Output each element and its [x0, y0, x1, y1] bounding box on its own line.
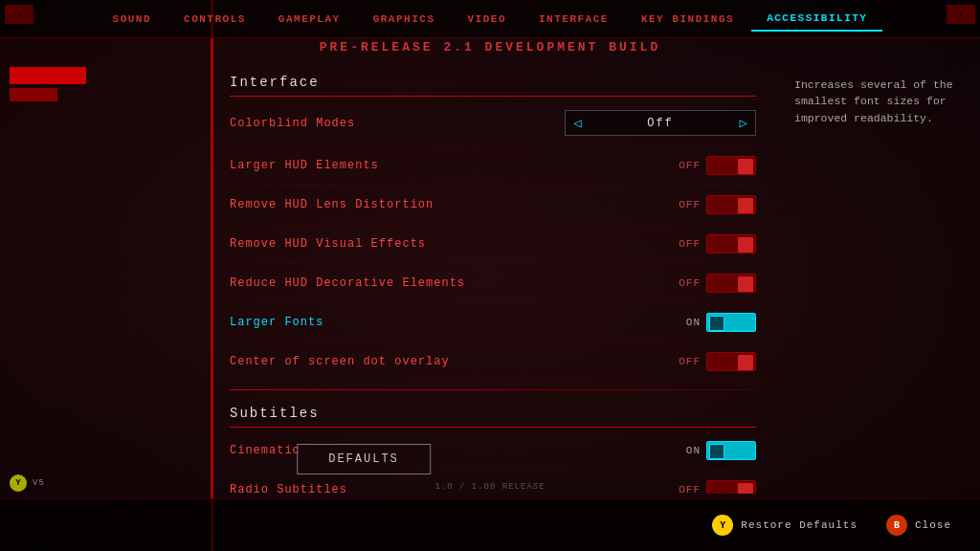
setting-row-colorblind: Colorblind Modes ◁ Off ▷: [230, 100, 756, 146]
restore-defaults-icon: Y: [712, 515, 733, 536]
tab-video[interactable]: VIDEO: [452, 8, 522, 31]
restore-defaults-label: Restore Defaults: [741, 519, 858, 531]
center-dot-value: OFF: [679, 356, 701, 367]
center-dot-toggle[interactable]: [706, 352, 756, 371]
restore-defaults-action[interactable]: Y Restore Defaults: [712, 515, 858, 536]
larger-hud-control[interactable]: OFF: [679, 156, 756, 175]
tab-sound[interactable]: SOUND: [98, 8, 167, 31]
cinematic-control[interactable]: ON: [686, 441, 756, 460]
colorblind-label: Colorblind Modes: [230, 117, 355, 130]
larger-hud-toggle[interactable]: [706, 156, 756, 175]
subtitles-section-header: Subtitles: [230, 398, 756, 428]
setting-row-remove-lens: Remove HUD Lens Distortion OFF: [230, 186, 756, 225]
setting-row-larger-hud: Larger HUD Elements OFF: [230, 146, 756, 186]
larger-hud-value: OFF: [679, 160, 701, 171]
larger-hud-label: Larger HUD Elements: [230, 159, 379, 172]
cinematic-value: ON: [686, 445, 701, 456]
reduce-decorative-knob: [738, 276, 753, 292]
setting-row-center-dot: Center of screen dot overlay OFF: [230, 342, 756, 382]
tab-controls[interactable]: CONTROLS: [168, 8, 261, 31]
remove-visual-toggle[interactable]: [706, 234, 756, 253]
tab-accessibility[interactable]: ACCESSIBILITY: [751, 7, 882, 32]
nav-tabs-container: SOUND CONTROLS GAMEPLAY GRAPHICS VIDEO I…: [98, 7, 883, 32]
reduce-decorative-toggle[interactable]: [706, 274, 756, 293]
corner-label: V5: [33, 478, 45, 488]
reduce-decorative-control[interactable]: OFF: [679, 274, 756, 293]
left-red-box: [10, 67, 86, 84]
colorblind-value: Off: [589, 117, 731, 130]
remove-lens-label: Remove HUD Lens Distortion: [230, 198, 434, 211]
help-text: Increases several of the smallest font s…: [794, 78, 953, 124]
tab-keybindings[interactable]: KEY BINDINGS: [626, 8, 749, 31]
radio-subtitles-value: OFF: [679, 484, 701, 494]
tab-gameplay[interactable]: GAMEPLAY: [263, 8, 356, 31]
larger-fonts-toggle[interactable]: [706, 313, 756, 332]
remove-lens-value: OFF: [679, 199, 701, 210]
setting-row-remove-visual: Remove HUD Visual Effects OFF: [230, 225, 756, 264]
close-label: Close: [915, 519, 951, 531]
remove-visual-control[interactable]: OFF: [679, 234, 756, 253]
larger-fonts-control[interactable]: ON: [686, 313, 756, 332]
colorblind-arrow-right[interactable]: ▷: [740, 115, 747, 131]
colorblind-arrow-left[interactable]: ◁: [573, 115, 581, 131]
center-dot-label: Center of screen dot overlay: [230, 355, 450, 368]
tab-interface[interactable]: INTERFACE: [523, 8, 624, 31]
corner-y-icon: Y: [10, 474, 27, 492]
center-dot-control[interactable]: OFF: [679, 352, 756, 371]
remove-lens-knob: [738, 198, 753, 213]
close-icon: B: [886, 515, 907, 536]
bottom-left-corner: Y V5: [10, 474, 45, 492]
cinematic-knob: [709, 444, 724, 459]
reduce-decorative-label: Reduce HUD Decorative Elements: [230, 276, 465, 290]
main-content: Interface Colorblind Modes ◁ Off ▷ Large…: [230, 67, 980, 494]
tab-graphics[interactable]: GRAPHICS: [358, 8, 451, 31]
remove-lens-control[interactable]: OFF: [679, 195, 756, 214]
colorblind-control[interactable]: ◁ Off ▷: [565, 110, 756, 136]
larger-fonts-label: Larger Fonts: [230, 316, 323, 329]
remove-visual-label: Remove HUD Visual Effects: [230, 237, 426, 251]
radio-subtitles-label: Radio Subtitles: [230, 483, 347, 494]
larger-fonts-knob: [709, 316, 724, 331]
cinematic-label: Cinematic: [230, 444, 301, 457]
close-action[interactable]: B Close: [886, 515, 951, 536]
remove-visual-value: OFF: [679, 238, 701, 250]
interface-section-header: Interface: [230, 67, 756, 97]
defaults-button[interactable]: DEFAULTS: [297, 444, 431, 474]
bottom-bar: Y Restore Defaults B Close: [0, 498, 980, 551]
setting-row-larger-fonts: Larger Fonts ON: [230, 303, 756, 342]
remove-lens-toggle[interactable]: [706, 195, 756, 214]
radio-subtitles-toggle[interactable]: [706, 480, 756, 494]
cinematic-toggle[interactable]: [706, 441, 756, 460]
setting-row-reduce-decorative: Reduce HUD Decorative Elements OFF: [230, 264, 756, 303]
help-panel: Increases several of the smallest font s…: [785, 67, 976, 494]
colorblind-selector[interactable]: ◁ Off ▷: [565, 110, 756, 136]
red-bar-left: [211, 0, 213, 551]
settings-panel: Interface Colorblind Modes ◁ Off ▷ Large…: [230, 67, 766, 494]
top-navigation: SOUND CONTROLS GAMEPLAY GRAPHICS VIDEO I…: [0, 0, 980, 38]
left-small-box: [10, 88, 57, 101]
larger-fonts-value: ON: [686, 317, 701, 328]
larger-hud-knob: [738, 159, 753, 174]
center-dot-knob: [738, 355, 753, 370]
version-text: 1.0 / 1.00 RELEASE: [434, 482, 545, 492]
left-side-panel: [10, 67, 201, 494]
dev-build-title: PRE-RELEASE 2.1 DEVELOPMENT BUILD: [0, 40, 980, 55]
reduce-decorative-value: OFF: [679, 277, 701, 289]
remove-visual-knob: [738, 237, 753, 253]
radio-subtitles-control[interactable]: OFF: [679, 480, 756, 494]
section-separator: [230, 389, 756, 390]
radio-subtitles-knob: [738, 483, 753, 494]
